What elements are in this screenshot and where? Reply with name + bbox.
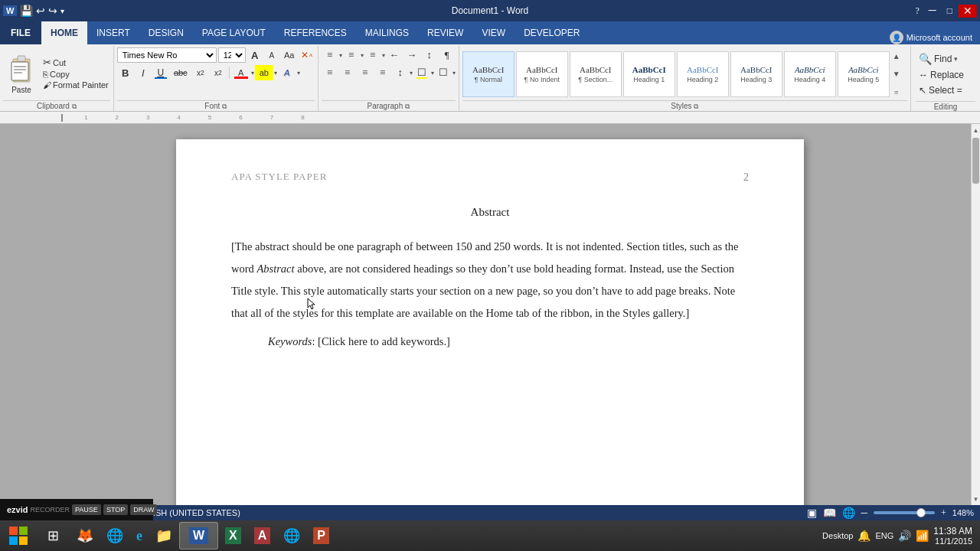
font-name-select[interactable]: Times New Ro <box>117 47 217 63</box>
stop-btn[interactable]: STOP <box>103 504 128 515</box>
web-btn[interactable]: 🌐 <box>277 522 306 549</box>
redo-btn[interactable]: ↪ <box>48 5 57 18</box>
network-icon[interactable]: 📶 <box>916 530 929 543</box>
borders-btn[interactable]: ☐ <box>435 65 452 80</box>
styles-more[interactable]: ≡ <box>893 88 900 96</box>
zoom-plus-btn[interactable]: + <box>941 507 946 519</box>
select-button[interactable]: ↖ Select = <box>916 83 975 97</box>
view-normal-btn[interactable]: ▣ <box>807 507 817 520</box>
explorer-btn[interactable]: 📁 <box>149 522 178 549</box>
doc-scroll-area[interactable]: APA STYLE PAPER 2 Abstract [The abstract… <box>0 124 980 505</box>
tab-home[interactable]: HOME <box>41 21 87 44</box>
close-btn[interactable]: ✕ <box>959 5 977 18</box>
style-no-indent[interactable]: AaBbCcI ¶ No Indent <box>516 51 568 97</box>
style-normal[interactable]: AaBbCcI ¶ Normal <box>462 51 514 97</box>
superscript-btn[interactable]: x2 <box>210 65 227 80</box>
keywords-text[interactable]: : [Click here to add keywords.] <box>312 335 449 347</box>
shading-dropdown[interactable]: ▾ <box>431 70 434 77</box>
find-dropdown[interactable]: ▾ <box>954 55 958 63</box>
show-desktop-btn[interactable]: Desktop <box>822 531 853 540</box>
bullets-dropdown[interactable]: ▾ <box>339 52 342 59</box>
copy-button[interactable]: ⎘ Copy <box>41 69 110 80</box>
line-spacing-dropdown[interactable]: ▾ <box>410 70 413 77</box>
increase-indent-btn[interactable]: → <box>403 47 420 63</box>
tab-review[interactable]: REVIEW <box>418 21 472 44</box>
paste-button[interactable]: Paste <box>3 47 40 99</box>
zoom-minus-btn[interactable]: ─ <box>861 507 868 519</box>
style-heading4[interactable]: AaBbCci Heading 4 <box>784 51 836 97</box>
start-button[interactable] <box>2 521 35 550</box>
tab-developer[interactable]: DEVELOPER <box>514 21 589 44</box>
find-button[interactable]: 🔍 Find ▾ <box>916 51 975 67</box>
scroll-up-btn[interactable]: ▲ <box>972 124 980 136</box>
abstract-body[interactable]: [The abstract should be one paragraph of… <box>231 236 749 324</box>
font-color-dropdown[interactable]: ▾ <box>251 70 254 77</box>
right-scrollbar[interactable]: ▲ ▼ <box>971 124 980 505</box>
style-heading5[interactable]: AaBbCci Heading 5 <box>838 51 890 97</box>
draw-btn[interactable]: DRAW <box>130 504 157 515</box>
bullets-btn[interactable]: ≡ <box>322 47 338 63</box>
sort-btn[interactable]: ↕ <box>421 47 438 63</box>
style-heading3[interactable]: AaBbCcI Heading 3 <box>730 51 782 97</box>
scroll-down-btn[interactable]: ▼ <box>972 493 980 505</box>
zoom-slider[interactable] <box>874 511 935 514</box>
view-reading-btn[interactable]: 📖 <box>823 507 836 520</box>
pause-btn[interactable]: PAUSE <box>72 504 101 515</box>
strikethrough-btn[interactable]: abc <box>170 65 191 80</box>
styles-scroll-down[interactable]: ▼ <box>893 70 900 78</box>
keywords-line[interactable]: Keywords: [Click here to add keywords.] <box>231 331 749 353</box>
highlight-color-btn[interactable]: ab <box>255 65 273 80</box>
line-spacing-btn[interactable]: ↕ <box>392 65 409 80</box>
bold-btn[interactable]: B <box>117 65 134 80</box>
ppt-btn[interactable]: P <box>307 522 335 549</box>
multilevel-dropdown[interactable]: ▾ <box>382 52 385 59</box>
replace-button[interactable]: ↔ Replace <box>916 68 975 82</box>
grow-font-btn[interactable]: A <box>247 47 263 63</box>
access-btn[interactable]: A <box>248 522 277 549</box>
chrome-btn[interactable]: 🌐 <box>100 522 129 549</box>
volume-icon[interactable]: 🔊 <box>898 530 911 543</box>
shrink-font-btn[interactable]: A <box>264 47 279 63</box>
italic-btn[interactable]: I <box>135 65 152 80</box>
align-left-btn[interactable]: ≡ <box>322 65 338 80</box>
dropdown-arrow[interactable]: ▾ <box>60 7 64 15</box>
word-btn[interactable]: W <box>179 522 218 549</box>
decrease-indent-btn[interactable]: ← <box>386 47 403 63</box>
qs-toolbar[interactable]: 💾 ↩ ↪ ▾ <box>20 5 64 18</box>
tab-references[interactable]: REFERENCES <box>275 21 356 44</box>
tab-page-layout[interactable]: PAGE LAYOUT <box>193 21 275 44</box>
font-size-select[interactable]: 12 <box>218 47 246 63</box>
style-heading2[interactable]: AaBbCcI Heading 2 <box>677 51 729 97</box>
borders-dropdown[interactable]: ▾ <box>452 70 456 77</box>
save-btn[interactable]: 💾 <box>20 5 33 18</box>
text-effect-dropdown[interactable]: ▾ <box>297 70 300 77</box>
clear-format-btn[interactable]: ✕A <box>299 47 315 63</box>
styles-scroll-buttons[interactable]: ▲ ▼ ≡ <box>891 51 902 97</box>
style-section[interactable]: AaBbCcI ¶ Section... <box>570 51 622 97</box>
highlight-dropdown[interactable]: ▾ <box>274 70 277 77</box>
tab-view[interactable]: VIEW <box>472 21 514 44</box>
scroll-thumb[interactable] <box>972 138 979 184</box>
style-heading1[interactable]: AaBbCcI Heading 1 <box>623 51 675 97</box>
tab-mailings[interactable]: MAILINGS <box>356 21 418 44</box>
notifications-btn[interactable]: 🔔 <box>858 530 871 543</box>
task-view-btn[interactable]: ⊞ <box>36 521 70 550</box>
text-effect-btn[interactable]: A <box>278 65 296 80</box>
center-btn[interactable]: ≡ <box>339 65 356 80</box>
align-right-btn[interactable]: ≡ <box>357 65 374 80</box>
change-case-btn[interactable]: Aa <box>281 47 298 63</box>
font-color-btn[interactable]: A <box>232 65 250 80</box>
show-hide-btn[interactable]: ¶ <box>439 47 456 63</box>
file-tab[interactable]: FILE <box>0 21 41 44</box>
excel-btn[interactable]: X <box>219 522 247 549</box>
tab-insert[interactable]: INSERT <box>87 21 139 44</box>
styles-scroll-up[interactable]: ▲ <box>893 52 900 60</box>
minimize-btn[interactable]: ─ <box>924 5 941 17</box>
tab-design[interactable]: DESIGN <box>139 21 193 44</box>
undo-btn[interactable]: ↩ <box>36 5 45 18</box>
multilevel-btn[interactable]: ≡ <box>364 47 381 63</box>
numbering-btn[interactable]: ≡ <box>343 47 360 63</box>
shading-btn[interactable]: ☐ <box>413 65 430 80</box>
restore-btn[interactable]: □ <box>942 5 957 17</box>
numbering-dropdown[interactable]: ▾ <box>361 52 364 59</box>
